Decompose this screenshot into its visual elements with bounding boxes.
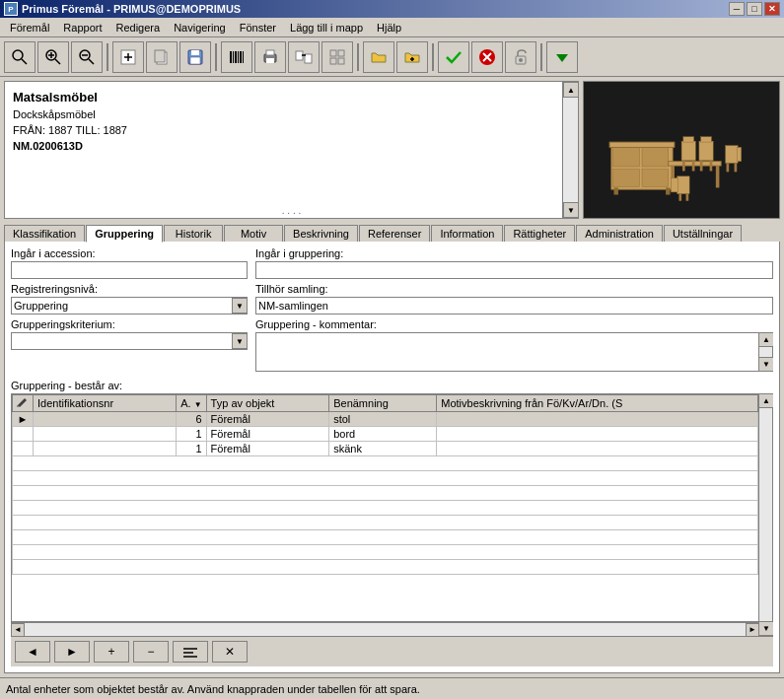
nav-remove-button[interactable]: − xyxy=(133,641,169,663)
menu-rapport[interactable]: Rapport xyxy=(57,20,107,35)
right-fields: Ingår i gruppering: Tillhör samling: Gru… xyxy=(255,247,773,372)
nav-prev-button[interactable]: ◄ xyxy=(15,641,50,663)
svg-rect-61 xyxy=(726,146,738,164)
data-table: Identifikationsnr A. ▼ Typ av objekt Ben… xyxy=(12,394,758,575)
table-row-empty xyxy=(13,560,758,575)
tab-motiv[interactable]: Motiv xyxy=(224,225,283,242)
record-scrollbar[interactable]: ▲ ▼ xyxy=(562,82,578,218)
h-scroll-left[interactable]: ◄ xyxy=(11,623,25,637)
table-row[interactable]: ► 6 Föremål stol xyxy=(13,412,758,427)
kommentar-scroll-down[interactable]: ▼ xyxy=(759,357,773,371)
menu-fonster[interactable]: Fönster xyxy=(234,20,282,35)
minimize-button[interactable]: ─ xyxy=(729,2,745,16)
tab-klassifikation[interactable]: Klassifikation xyxy=(4,225,85,242)
svg-point-0 xyxy=(13,50,23,60)
zoom-in-button[interactable] xyxy=(37,41,69,73)
tab-bar: Klassifikation Gruppering Historik Motiv… xyxy=(4,223,780,242)
scroll-up-button[interactable]: ▲ xyxy=(563,82,579,98)
row-name: stol xyxy=(329,412,437,427)
transfer-button[interactable] xyxy=(288,41,320,73)
separator-3 xyxy=(357,43,359,71)
svg-rect-48 xyxy=(613,187,617,194)
tab-information[interactable]: Information xyxy=(431,225,503,242)
nav-edit-button[interactable] xyxy=(173,641,208,663)
ingar-i-accession-group: Ingår i accession: xyxy=(11,247,248,279)
down-arrow-button[interactable] xyxy=(546,41,578,73)
status-text: Antal enheter som objektet består av. An… xyxy=(6,683,420,695)
nav-play-button[interactable]: ► xyxy=(54,641,90,663)
menu-navigering[interactable]: Navigering xyxy=(168,20,232,35)
save-button[interactable] xyxy=(179,41,211,73)
image-panel xyxy=(583,81,780,219)
close-button[interactable]: ✕ xyxy=(764,2,780,16)
svg-line-8 xyxy=(89,59,94,64)
bottom-toolbar: ◄ ► + − ✕ xyxy=(11,636,773,666)
table-row-empty xyxy=(13,486,758,501)
table-container[interactable]: Identifikationsnr A. ▼ Typ av objekt Ben… xyxy=(11,393,759,622)
tillhor-samling-label: Tillhör samling: xyxy=(255,283,773,295)
zoom-out-button[interactable] xyxy=(71,41,103,73)
table-scroll-down[interactable]: ▼ xyxy=(759,621,773,635)
th-edit-icon[interactable] xyxy=(13,395,34,412)
table-section-label: Gruppering - består av: xyxy=(11,380,773,391)
nav-add-button[interactable]: + xyxy=(94,641,129,663)
svg-rect-22 xyxy=(243,51,244,63)
th-identifikationsnr[interactable]: Identifikationsnr xyxy=(34,395,177,412)
table-row-empty xyxy=(13,471,758,486)
ingar-i-gruppering-input[interactable] xyxy=(255,261,773,279)
maximize-button[interactable]: □ xyxy=(747,2,762,16)
ingar-i-accession-input[interactable] xyxy=(11,261,248,279)
cancel-button[interactable] xyxy=(471,41,503,73)
h-scroll-track[interactable] xyxy=(25,623,746,637)
menu-lagg-till[interactable]: Lägg till i mapp xyxy=(284,20,369,35)
svg-rect-49 xyxy=(666,187,670,194)
check-button[interactable] xyxy=(438,41,469,73)
th-motivbeskrivning[interactable]: Motivbeskrivning från Fö/Kv/Ar/Dn. (S xyxy=(437,395,758,412)
tab-gruppering[interactable]: Gruppering xyxy=(86,225,163,243)
row-id xyxy=(34,427,177,442)
tab-historik[interactable]: Historik xyxy=(164,225,223,242)
nav-delete-button[interactable]: ✕ xyxy=(212,641,248,663)
th-typ-av-objekt[interactable]: Typ av objekt xyxy=(206,395,329,412)
scroll-down-button[interactable]: ▼ xyxy=(563,202,579,218)
menu-foremal[interactable]: Föremål xyxy=(4,20,55,35)
table-scroll-up[interactable]: ▲ xyxy=(759,394,773,408)
gruppering-kommentar-textarea[interactable] xyxy=(255,332,759,372)
grupperingskriterium-select[interactable] xyxy=(11,332,248,350)
tab-beskrivning[interactable]: Beskrivning xyxy=(284,225,358,242)
search-button[interactable] xyxy=(4,41,36,73)
tab-rattigheter[interactable]: Rättigheter xyxy=(504,225,575,242)
folder-button[interactable] xyxy=(363,41,394,73)
copy-button[interactable] xyxy=(146,41,178,73)
tab-referenser[interactable]: Referenser xyxy=(359,225,430,242)
th-benamning[interactable]: Benämning xyxy=(329,395,437,412)
th-a[interactable]: A. ▼ xyxy=(177,395,206,412)
svg-rect-67 xyxy=(678,194,681,201)
row-name: skänk xyxy=(329,442,437,456)
barcode-button[interactable] xyxy=(221,41,252,73)
record-subtitle: Dockskåpsmöbel xyxy=(13,108,570,120)
row-motiv xyxy=(437,442,758,456)
svg-rect-25 xyxy=(266,50,274,55)
tab-administration[interactable]: Administration xyxy=(576,225,663,242)
registreringsniva-label: Registreringsnivå: xyxy=(11,283,248,295)
table-row[interactable]: 1 Föremål skänk xyxy=(13,442,758,456)
new-button[interactable] xyxy=(112,41,144,73)
print-button[interactable] xyxy=(254,41,286,73)
tab-utstallningar[interactable]: Utställningar xyxy=(664,225,742,242)
menu-redigera[interactable]: Redigera xyxy=(109,20,166,35)
folder2-button[interactable] xyxy=(396,41,428,73)
unlock-button[interactable] xyxy=(505,41,536,73)
row-a: 6 xyxy=(177,412,206,427)
row-type: Föremål xyxy=(206,412,329,427)
h-scroll-right[interactable]: ► xyxy=(746,623,759,637)
kommentar-scroll-up[interactable]: ▲ xyxy=(759,333,773,347)
grupperingskriterium-select-wrapper: ▼ xyxy=(11,332,248,350)
grid-button[interactable] xyxy=(321,41,353,73)
menu-hjalp[interactable]: Hjälp xyxy=(371,20,407,35)
window-title: Primus Föremål - PRIMUS@DEMOPRIMUS xyxy=(22,3,241,15)
table-row[interactable]: 1 Föremål bord xyxy=(13,427,758,442)
gruppering-kommentar-group: Gruppering - kommentar: ▲ ▼ xyxy=(255,318,773,372)
registreringsniva-select[interactable]: Gruppering xyxy=(11,297,248,315)
tillhor-samling-input[interactable] xyxy=(255,297,773,315)
